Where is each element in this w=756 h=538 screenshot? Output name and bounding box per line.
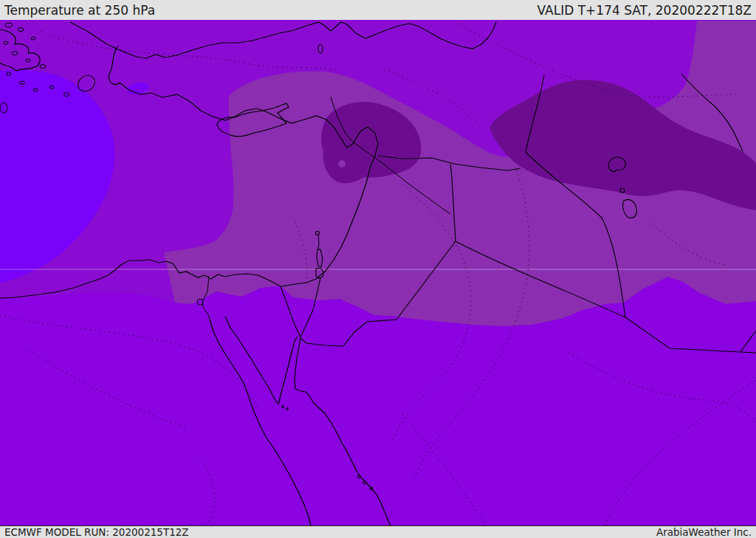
map-title: Temperature at 250 hPa <box>4 3 155 18</box>
temp-band-dark-syria-hole <box>338 160 346 168</box>
temperature-field <box>0 20 756 525</box>
weather-map <box>0 20 756 525</box>
valid-time-label: VALID T+174 SAT, 20200222T18Z <box>537 3 752 18</box>
branding-label: ArabiaWeather Inc. <box>656 526 752 538</box>
header-bar: Temperature at 250 hPa VALID T+174 SAT, … <box>0 0 756 20</box>
footer-bar: ECMWF MODEL RUN: 20200215T12Z ArabiaWeat… <box>0 525 756 538</box>
model-run-label: ECMWF MODEL RUN: 20200215T12Z <box>4 526 189 538</box>
